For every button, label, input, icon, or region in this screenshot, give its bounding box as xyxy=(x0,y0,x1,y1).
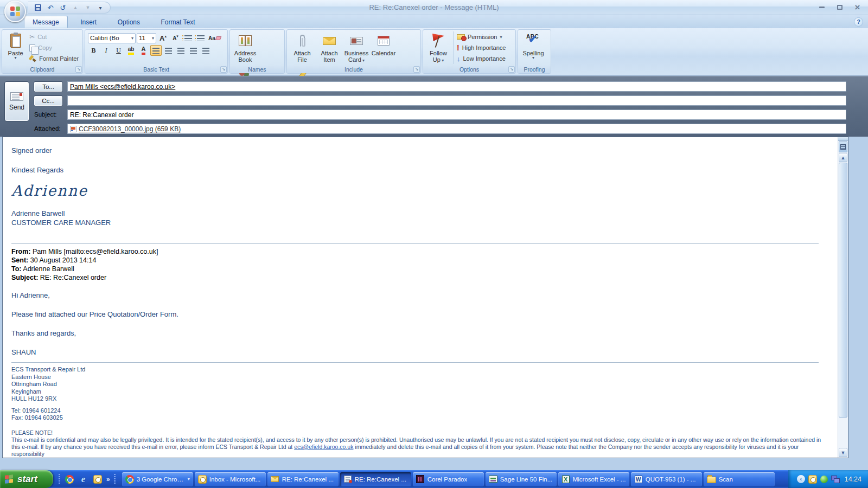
increase-indent-icon xyxy=(202,48,209,54)
split-handle[interactable] xyxy=(838,137,848,141)
format-painter-button[interactable]: Format Painter xyxy=(27,53,81,64)
restore-button[interactable] xyxy=(832,3,847,12)
redo-button[interactable] xyxy=(59,3,67,12)
office-button[interactable] xyxy=(4,1,26,22)
close-button[interactable] xyxy=(850,3,865,12)
grow-font-icon xyxy=(159,34,167,42)
calendar-button[interactable]: Calendar xyxy=(370,31,397,66)
tab-options[interactable]: Options xyxy=(110,16,148,28)
clear-formatting-button[interactable] xyxy=(207,33,222,43)
options-dialog-launcher[interactable] xyxy=(508,66,515,73)
task-outlook-inbox[interactable]: Inbox - Microsoft... xyxy=(195,472,266,486)
chrome-icon xyxy=(65,475,74,484)
outlook-launch-button[interactable] xyxy=(92,474,103,484)
quick-launch-overflow-button[interactable]: » xyxy=(106,476,110,483)
tab-insert[interactable]: Insert xyxy=(72,16,105,28)
network-tray-icon[interactable] xyxy=(831,476,840,483)
previous-item-button[interactable] xyxy=(71,3,80,12)
help-button[interactable] xyxy=(854,17,863,27)
font-size-combo[interactable]: 11▾ xyxy=(137,33,156,43)
font-name-combo[interactable]: Calibri (Bo▾ xyxy=(88,33,136,43)
attach-item-button[interactable]: AttachItem xyxy=(316,31,343,66)
basic-text-dialog-launcher[interactable] xyxy=(220,66,227,73)
spelling-icon xyxy=(525,34,541,48)
task-microsoft-excel[interactable]: Microsoft Excel - ... xyxy=(558,472,629,486)
align-center-button[interactable] xyxy=(163,45,174,56)
task-corel-paradox[interactable]: Corel Paradox xyxy=(413,472,484,486)
attached-field[interactable]: CCF30082013_00000.jpg (659 KB) xyxy=(67,124,846,134)
attach-file-button[interactable]: AttachFile xyxy=(289,31,316,66)
copy-button[interactable]: Copy xyxy=(27,42,81,53)
message-body[interactable]: Signed order Kindest Regards Adrienne Ad… xyxy=(2,137,848,458)
tab-format-text[interactable]: Format Text xyxy=(152,16,203,28)
task-sage-line-50[interactable]: Sage Line 50 Fin... xyxy=(486,472,557,486)
include-dialog-launcher[interactable] xyxy=(413,66,420,73)
outlook-reminder-tray-icon[interactable] xyxy=(808,475,817,484)
scroll-up-button[interactable] xyxy=(839,153,847,162)
underline-button[interactable] xyxy=(113,45,124,56)
task-mail-message-active[interactable]: RE: Re:Canexel ... xyxy=(340,472,411,486)
bullets-button[interactable] xyxy=(182,33,194,43)
status-sphere-tray-icon[interactable] xyxy=(820,476,828,483)
low-importance-button[interactable]: Low Importance xyxy=(457,53,506,64)
task-scan-folder[interactable]: Scan xyxy=(704,472,775,486)
send-button[interactable]: Send xyxy=(4,81,29,121)
word-icon xyxy=(635,476,642,483)
numbering-button[interactable] xyxy=(195,33,206,43)
paste-button[interactable]: Paste xyxy=(4,31,27,66)
signature-role: CUSTOMER CARE MANAGER xyxy=(11,218,824,227)
toolbar-handle[interactable] xyxy=(114,474,116,485)
permission-button[interactable]: Permission xyxy=(457,31,506,42)
align-left-button[interactable] xyxy=(150,45,162,56)
cc-button[interactable]: Cc... xyxy=(34,95,63,106)
scroll-down-button[interactable] xyxy=(839,448,847,457)
italic-button[interactable] xyxy=(100,45,112,56)
scrollbar-thumb[interactable] xyxy=(839,163,847,418)
minimize-button[interactable] xyxy=(814,3,829,12)
quoted-header: From: Pam Mills [mailto:ecs@efield.karoo… xyxy=(11,247,824,282)
shrink-font-button[interactable] xyxy=(170,33,181,43)
customize-qat-button[interactable] xyxy=(96,3,105,12)
vertical-scrollbar[interactable] xyxy=(838,137,848,458)
chrome-launch-button[interactable] xyxy=(64,474,74,484)
task-mail-message[interactable]: RE: Re:Canexel ... xyxy=(267,472,339,486)
ruler-toggle-button[interactable] xyxy=(839,142,847,152)
tray-expand-button[interactable] xyxy=(797,475,805,483)
task-word-document[interactable]: QUOT-953 (1) - ... xyxy=(631,472,702,486)
font-color-button[interactable] xyxy=(138,45,149,56)
clipboard-dialog-launcher[interactable] xyxy=(75,66,82,73)
ribbon-tab-row: Message Insert Options Format Text xyxy=(0,15,868,28)
to-field[interactable]: Pam Mills <ecs@efield.karoo.co.uk> xyxy=(67,81,846,92)
undo-button[interactable] xyxy=(46,3,55,12)
cc-field[interactable] xyxy=(67,95,846,106)
task-group-dropdown-arrow[interactable]: ▾ xyxy=(188,477,190,481)
names-group-label: Names xyxy=(230,66,284,73)
decrease-indent-button[interactable] xyxy=(188,45,199,56)
increase-indent-button[interactable] xyxy=(200,45,212,56)
internet-explorer-launch-button[interactable] xyxy=(78,474,88,484)
window-title: RE: Re:Canexel order - Message (HTML) xyxy=(163,3,705,11)
disclaimer-email-link[interactable]: ecs@efield.karoo.co.uk xyxy=(294,444,353,450)
start-button[interactable]: start xyxy=(0,470,53,488)
bold-button[interactable] xyxy=(88,45,99,56)
toolbar-handle[interactable] xyxy=(59,474,60,485)
attachment-item[interactable]: CCF30082013_00000.jpg (659 KB) xyxy=(70,125,181,133)
subject-field[interactable]: RE: Re:Canexel order xyxy=(67,110,846,120)
numbering-icon xyxy=(197,35,205,41)
tab-message[interactable]: Message xyxy=(24,16,68,28)
cut-button[interactable]: Cut xyxy=(27,31,81,42)
bullets-icon xyxy=(184,35,192,41)
grow-font-button[interactable] xyxy=(157,33,169,43)
follow-up-button[interactable]: FollowUp xyxy=(425,31,452,66)
address-book-button[interactable]: AddressBook xyxy=(232,31,259,66)
ribbon: Paste Cut Copy Format Painter Clipboard … xyxy=(0,28,868,76)
save-button[interactable] xyxy=(34,3,42,12)
to-button[interactable]: To... xyxy=(34,81,63,92)
next-item-button[interactable] xyxy=(84,3,92,12)
spelling-button[interactable]: Spelling xyxy=(520,31,547,66)
high-importance-button[interactable]: High Importance xyxy=(457,42,506,53)
business-card-button[interactable]: BusinessCard xyxy=(343,31,370,66)
align-right-button[interactable] xyxy=(175,45,187,56)
highlight-button[interactable] xyxy=(125,45,137,56)
task-google-chrome[interactable]: 3 Google Chrome ▾ xyxy=(122,472,193,486)
